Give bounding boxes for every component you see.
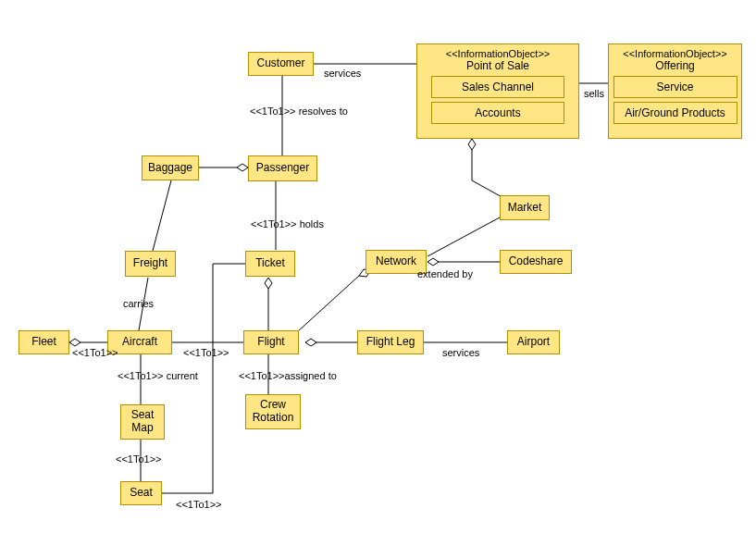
edge-label-assigned-to: assigned to bbox=[285, 370, 337, 381]
edge-label-holds: holds bbox=[300, 218, 324, 229]
edge-stereotype: <<1To1>> bbox=[118, 370, 164, 381]
class-flight[interactable]: Flight bbox=[243, 330, 299, 354]
class-fleet[interactable]: Fleet bbox=[19, 330, 69, 354]
edge-stereotype: <<1To1>> bbox=[72, 347, 118, 358]
compound-title: Point of Sale bbox=[421, 59, 575, 72]
compound-title: Offering bbox=[613, 59, 737, 72]
svg-line-24 bbox=[298, 276, 359, 331]
class-label: Freight bbox=[133, 257, 167, 270]
class-label: Flight Leg bbox=[366, 336, 415, 349]
stereotype-label: <<InformationObject>> bbox=[421, 48, 575, 59]
class-airport[interactable]: Airport bbox=[507, 330, 560, 354]
edge-label-services: services bbox=[324, 68, 361, 79]
edge-label-sells: sells bbox=[584, 88, 604, 99]
class-seat[interactable]: Seat bbox=[120, 481, 162, 505]
svg-line-11 bbox=[153, 180, 171, 251]
part-label: Sales Channel bbox=[462, 81, 534, 93]
edge-label-carries: carries bbox=[123, 298, 154, 309]
diagram-canvas: Customer Baggage Passenger Freight Ticke… bbox=[0, 0, 756, 558]
class-label: Seat bbox=[130, 487, 153, 500]
class-label: Customer bbox=[256, 57, 304, 70]
edge-stereotype: <<1To1>> bbox=[250, 105, 296, 117]
part-label: Air/Ground Products bbox=[625, 106, 725, 119]
class-label: Ticket bbox=[255, 257, 285, 270]
class-codeshare[interactable]: Codeshare bbox=[500, 250, 572, 274]
class-label: Market bbox=[508, 202, 542, 215]
edge-stereotype: <<1To1>> bbox=[116, 453, 162, 465]
class-flight-leg[interactable]: Flight Leg bbox=[357, 330, 424, 354]
edge-label-current: current bbox=[167, 370, 198, 381]
class-freight[interactable]: Freight bbox=[125, 251, 176, 277]
svg-line-28 bbox=[428, 217, 500, 256]
class-label: Crew Rotation bbox=[253, 399, 294, 425]
part-label: Service bbox=[656, 81, 693, 93]
class-label: Seat Map bbox=[131, 409, 155, 435]
svg-marker-9 bbox=[237, 164, 248, 171]
edge-stereotype: <<1To1>> bbox=[251, 218, 297, 229]
part-accounts[interactable]: Accounts bbox=[431, 102, 564, 124]
edge-stereotype: <<1To1>> bbox=[239, 370, 285, 381]
class-offering[interactable]: <<InformationObject>> Offering Service A… bbox=[608, 43, 742, 139]
edge-label-extended-by: extended by bbox=[417, 268, 473, 279]
class-label: Baggage bbox=[148, 162, 192, 175]
svg-marker-19 bbox=[265, 278, 272, 289]
class-label: Passenger bbox=[256, 162, 309, 175]
stereotype-label: <<InformationObject>> bbox=[613, 48, 737, 59]
class-label: Network bbox=[376, 255, 416, 268]
edge-label-resolves-to: resolves to bbox=[299, 105, 348, 117]
class-passenger[interactable]: Passenger bbox=[248, 155, 317, 181]
class-customer[interactable]: Customer bbox=[248, 52, 314, 76]
svg-marker-29 bbox=[468, 139, 476, 150]
edge-stereotype: <<1To1>> bbox=[176, 499, 222, 510]
class-market[interactable]: Market bbox=[500, 195, 550, 220]
svg-marker-27 bbox=[428, 258, 439, 266]
class-ticket[interactable]: Ticket bbox=[245, 251, 295, 277]
class-label: Airport bbox=[517, 336, 550, 349]
class-point-of-sale[interactable]: <<InformationObject>> Point of Sale Sale… bbox=[416, 43, 579, 139]
svg-marker-22 bbox=[305, 339, 316, 346]
edge-stereotype: <<1To1>> bbox=[183, 347, 229, 358]
part-label: Accounts bbox=[475, 106, 520, 119]
class-baggage[interactable]: Baggage bbox=[142, 155, 199, 180]
part-service[interactable]: Service bbox=[613, 76, 737, 98]
class-label: Codeshare bbox=[509, 255, 564, 268]
class-label: Aircraft bbox=[122, 336, 157, 349]
class-label: Flight bbox=[257, 336, 284, 349]
class-seat-map[interactable]: Seat Map bbox=[120, 404, 165, 440]
class-crew-rotation[interactable]: Crew Rotation bbox=[245, 394, 301, 429]
class-label: Fleet bbox=[31, 336, 56, 349]
edge-label-services-airport: services bbox=[442, 347, 479, 358]
part-sales-channel[interactable]: Sales Channel bbox=[431, 76, 564, 98]
part-air-ground-products[interactable]: Air/Ground Products bbox=[613, 102, 737, 124]
svg-marker-14 bbox=[69, 339, 81, 346]
